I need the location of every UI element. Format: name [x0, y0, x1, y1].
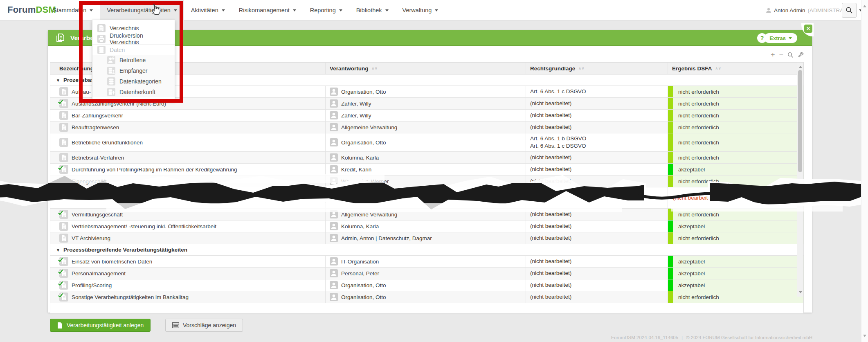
cell-verantwortung: Kredit, Karin	[326, 164, 526, 175]
dsfa-result-text: nicht erforderlich	[678, 124, 719, 130]
cell-verantwortung: Organisation, Otto	[326, 291, 526, 303]
search-button[interactable]	[842, 3, 857, 18]
dsfa-result-text: akzeptabel	[678, 270, 705, 277]
table-row[interactable]: Vermittlungsgeschäft Allgemeine Verwaltu…	[50, 209, 803, 220]
table-row[interactable]: Betriebsrat-Verfahren Kolumna, Karla (ni…	[50, 152, 803, 164]
scroll-up-icon[interactable]	[863, 3, 866, 7]
cell-rechtsgrundlage: (nicht bearbeitet)	[526, 220, 668, 232]
nav-item-3[interactable]: Risikomanagement	[232, 0, 303, 20]
cell-verantwortung: Kolumna, Karla	[326, 152, 526, 163]
table-row[interactable]: VT Archivierung Admin, Anton | Datenschu…	[50, 232, 803, 244]
cell-verantwortung: Organisation, Otto	[326, 279, 526, 291]
menu-item-druckversion-verzeichnis[interactable]: Druckversion Verzeichnis	[92, 34, 175, 44]
cell-ergebnis-dsfa: (nicht bearbeitet)	[668, 187, 803, 208]
table-row[interactable]: Vertriebsmanagement/ -steuerung inkl. Öf…	[50, 220, 803, 232]
dsfa-status-bar	[668, 220, 673, 232]
create-activity-button[interactable]: Verarbeitungstätigkeit anlegen	[50, 319, 151, 332]
search-icon	[846, 7, 853, 14]
document-icon	[97, 24, 106, 32]
table-row[interactable]: Sonstige Verarbeitungstätigkeiten im Ban…	[50, 291, 803, 303]
menu-item-betroffene[interactable]: Betroffene	[92, 55, 175, 65]
search-icon[interactable]	[787, 52, 794, 58]
dsfa-result-text: akzeptabel	[678, 282, 705, 288]
scroll-down-icon[interactable]	[863, 335, 866, 339]
nav-item-6[interactable]: Verwaltung	[396, 0, 445, 20]
cell-bezeichnung: Bar-Zahlungsverkehr	[50, 110, 326, 121]
nav-item-1[interactable]: Verarbeitungstätigkeiten	[100, 0, 184, 20]
cell-rechtsgrundlage: (nicht bearbeitet)	[526, 122, 668, 133]
page-scrollbar[interactable]	[861, 0, 868, 342]
table-row[interactable]: Eigengeschäft Wertpapier, Werner (nicht …	[50, 176, 803, 187]
dsfa-status-bar	[668, 256, 673, 267]
cell-rechtsgrundlage: (nicht bearbeitet)	[526, 209, 668, 220]
table-row[interactable]: Profiling/Scoring Organisation, Otto (ni…	[50, 279, 803, 291]
nav-item-2[interactable]: Aktivitäten	[184, 0, 232, 20]
person-icon	[330, 257, 338, 266]
cell-bezeichnung: Vermittlungsgeschäft	[50, 209, 326, 220]
table-row[interactable]: Bar-Zahlungsverkehr Zahler, Willy (nicht…	[50, 110, 803, 122]
nav-item-5[interactable]: Bibliothek	[349, 0, 396, 20]
cell-bezeichnung: Betriebliche Grundfunktionen	[50, 133, 326, 151]
menu-item-datenherkunft[interactable]: Datenherkunft	[92, 87, 175, 97]
col-rechtsgrundlage: Rechtsgrundlage ∧∨	[526, 63, 668, 74]
scroll-up-icon[interactable]	[799, 64, 802, 68]
dsfa-result-text: nicht erforderlich	[678, 212, 719, 218]
cell-ergebnis-dsfa: nicht erforderlich	[668, 110, 803, 121]
show-suggestions-button[interactable]: Vorschläge anzeigen	[165, 319, 243, 332]
dsfa-result-text: nicht erforderlich	[678, 294, 719, 300]
extras-button[interactable]: Extras	[764, 33, 797, 43]
dsfa-status-bar	[668, 209, 673, 220]
scrollbar-thumb[interactable]	[798, 70, 802, 172]
cell-bezeichnung: Aufbau- und Ablauforganisation	[50, 86, 326, 97]
table-scrollbar[interactable]	[797, 63, 803, 297]
cell-ergebnis-dsfa: akzeptabel	[668, 256, 803, 267]
person-icon	[766, 7, 771, 13]
sort-icons[interactable]: ∧∨	[578, 66, 585, 70]
table-row[interactable]: Betriebliche Grundfunktionen Organisatio…	[50, 133, 803, 152]
group-row[interactable]: ▼Prozessübergreifende Verarbeitungstätig…	[50, 244, 803, 256]
cell-ergebnis-dsfa: nicht erforderlich	[668, 122, 803, 133]
sort-icons[interactable]: ∧∨	[715, 66, 722, 70]
database-person-icon	[107, 67, 115, 75]
wrench-icon[interactable]	[798, 52, 804, 58]
chevron-down-icon	[385, 9, 389, 13]
table-row[interactable]: (nicht bearbeitet)	[50, 187, 803, 209]
dsfa-status-bar	[668, 176, 673, 187]
table-row[interactable]: Durchführung von Profiling/Rating im Rah…	[50, 164, 803, 176]
menu-item-datenkategorien[interactable]: Datenkategorien	[92, 76, 175, 87]
person-icon	[330, 165, 338, 173]
sort-icons[interactable]: ∧∨	[372, 66, 378, 70]
table-row[interactable]: Beauftragtenwesen Allgemeine Verwaltung …	[50, 122, 803, 133]
empty-row	[50, 303, 803, 313]
cell-rechtsgrundlage: (nicht bearbeitet)	[526, 291, 668, 303]
person-icon	[330, 123, 338, 131]
cell-bezeichnung: Einsatz von biometrischen Daten	[50, 256, 326, 267]
cell-rechtsgrundlage: Art. 6 Abs. 1 c DSGVO	[526, 86, 668, 97]
document-icon	[59, 138, 68, 147]
cell-ergebnis-dsfa: akzeptabel	[668, 164, 803, 175]
person-lock-icon	[107, 56, 115, 64]
minus-icon[interactable]: −	[779, 52, 783, 58]
dsfa-status-bar	[668, 291, 673, 303]
cell-bezeichnung: Profiling/Scoring	[50, 279, 326, 291]
cell-bezeichnung: Vertriebsmanagement/ -steuerung inkl. Öf…	[50, 220, 326, 232]
plus-icon[interactable]: +	[771, 52, 775, 58]
footer-version: ForumDSM 2024-04.16_114605	[611, 335, 678, 340]
scroll-down-icon[interactable]	[799, 291, 802, 295]
document-check-icon	[59, 210, 68, 219]
chevron-down-icon	[222, 9, 225, 13]
dsfa-status-bar	[668, 279, 673, 291]
table-row[interactable]: Personalmanagement Personal, Peter (nich…	[50, 268, 803, 279]
dsfa-status-bar	[668, 164, 673, 175]
document-icon	[59, 123, 68, 132]
cell-rechtsgrundlage: (nicht bearbeitet)	[526, 152, 668, 163]
main-nav: Stammdaten Verarbeitungstätigkeiten Akti…	[46, 0, 445, 20]
cell-verantwortung: Allgemeine Verwaltung	[326, 209, 526, 220]
nav-item-4[interactable]: Reporting	[303, 0, 349, 20]
menu-item-empf-nger[interactable]: Empfänger	[92, 65, 175, 76]
table-row[interactable]: Einsatz von biometrischen Daten IT-Organ…	[50, 256, 803, 268]
cell-bezeichnung: Durchführung von Profiling/Rating im Rah…	[50, 164, 326, 175]
nav-item-0[interactable]: Stammdaten	[46, 0, 100, 20]
cell-ergebnis-dsfa: nicht erforderlich	[668, 98, 803, 109]
cell-ergebnis-dsfa: nicht erforderlich	[668, 209, 803, 220]
